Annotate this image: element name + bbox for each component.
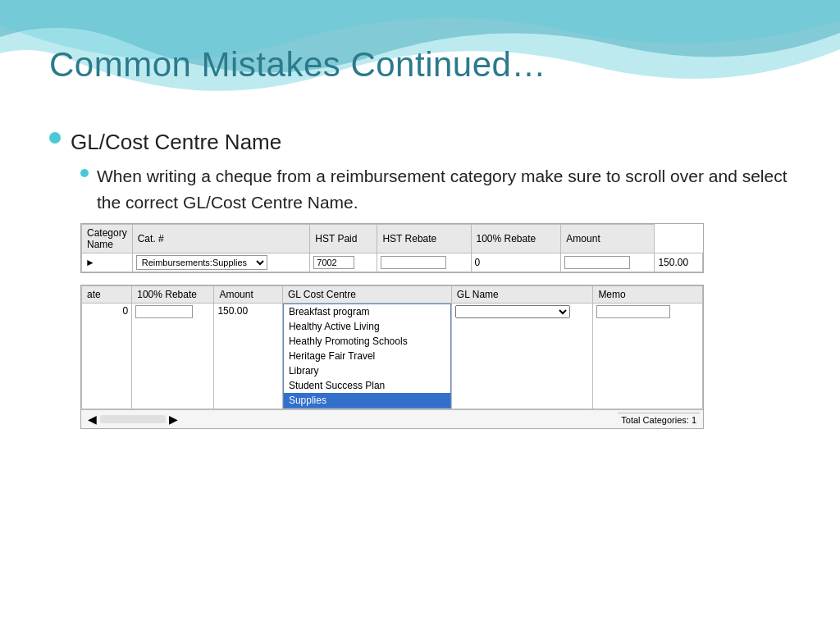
gl-name-cell[interactable]: [451, 304, 593, 409]
gl-cost-centre-dropdown[interactable]: Breakfast program Healthy Active Living …: [283, 304, 451, 409]
amount-b-value: 150.00: [217, 305, 248, 317]
col-header-ate: ate: [82, 286, 132, 304]
bullet-dot-l2: [80, 169, 89, 177]
col-header-cat-num: Cat. #: [132, 225, 310, 253]
row-arrow-cell: ►: [82, 253, 133, 272]
amount-b-cell: 150.00: [214, 304, 282, 409]
bullet-l2-text: When writing a cheque from a reimburseme…: [97, 163, 791, 215]
bullet-l2: When writing a cheque from a reimburseme…: [80, 163, 791, 215]
cat-num-input[interactable]: [313, 256, 354, 269]
right-arrow[interactable]: ▶: [166, 412, 181, 427]
memo-input[interactable]: [596, 305, 670, 318]
dropdown-item-heritage[interactable]: Heritage Fair Travel: [284, 349, 450, 363]
rebate-val: 0: [123, 305, 129, 317]
col-header-memo: Memo: [593, 286, 703, 304]
amount-value: 150.00: [658, 257, 688, 268]
table-bottom-screenshot: ate 100% Rebate Amount GL Cost Centre GL…: [80, 285, 704, 429]
col-header-gl-cost-centre: GL Cost Centre: [282, 286, 451, 304]
cat-num-cell: [310, 253, 377, 272]
gl-name-select[interactable]: [455, 305, 570, 318]
dropdown-item-heathly-promoting[interactable]: Heathly Promoting Schools: [284, 334, 450, 349]
dropdown-item-student-success[interactable]: Student Success Plan: [284, 378, 450, 393]
col-header-100-rebate: 100% Rebate: [471, 225, 561, 253]
rebate-100-b-input[interactable]: [135, 305, 193, 318]
bullet-l1-text: GL/Cost Centre Name: [71, 127, 281, 157]
rebate-100-b-cell[interactable]: [132, 304, 214, 409]
table-top-screenshot: Category Name Cat. # HST Paid HST Rebate…: [80, 223, 704, 273]
slide: Common Mistakes Continued… GL/Cost Centr…: [0, 0, 840, 630]
horizontal-scrollbar[interactable]: [100, 415, 166, 423]
dropdown-item-library[interactable]: Library: [284, 363, 450, 378]
bottom-table-row: 0 150.00 Breakfast program Heal: [82, 304, 703, 409]
table-row: ► Reimbursements:Supplies: [82, 253, 703, 272]
rebate-100-input[interactable]: [564, 256, 630, 269]
scroll-row: ◀ ▶ Total Categories: 1: [81, 409, 703, 428]
amount-cell: 150.00: [655, 253, 703, 272]
col-header-category: Category Name: [82, 225, 133, 253]
hst-paid-cell: [377, 253, 471, 272]
col-header-hst-paid: HST Paid: [310, 225, 377, 253]
col-header-amount: Amount: [561, 225, 655, 253]
bullet-l1: GL/Cost Centre Name: [49, 127, 791, 157]
hst-paid-input[interactable]: [381, 256, 446, 269]
left-arrow[interactable]: ◀: [84, 412, 100, 427]
gl-cost-centre-cell[interactable]: Breakfast program Healthy Active Living …: [282, 304, 451, 409]
col-header-amount-b: Amount: [214, 286, 282, 304]
dropdown-item-healthy-active[interactable]: Healthy Active Living: [284, 319, 450, 334]
col-header-hst-rebate: HST Rebate: [377, 225, 471, 253]
dropdown-item-supplies[interactable]: Supplies: [284, 393, 450, 408]
total-categories: Total Categories: 1: [618, 413, 700, 427]
bottom-table: ate 100% Rebate Amount GL Cost Centre GL…: [81, 285, 703, 409]
category-cell[interactable]: Reimbursements:Supplies: [132, 253, 310, 272]
top-table: Category Name Cat. # HST Paid HST Rebate…: [81, 224, 703, 272]
col-header-gl-name: GL Name: [451, 286, 593, 304]
bullet-dot-l1: [49, 132, 61, 144]
rebate-100-cell: [561, 253, 655, 272]
hst-rebate-cell: 0: [471, 253, 561, 272]
memo-cell[interactable]: [593, 304, 703, 409]
dropdown-item-breakfast[interactable]: Breakfast program: [284, 304, 450, 319]
hst-rebate-value: 0: [475, 257, 481, 268]
category-select[interactable]: Reimbursements:Supplies: [136, 255, 267, 270]
slide-title: Common Mistakes Continued…: [49, 45, 791, 84]
col-header-100-rebate-b: 100% Rebate: [132, 286, 214, 304]
rebate-val-cell: 0: [82, 304, 132, 409]
content-area: GL/Cost Centre Name When writing a chequ…: [49, 127, 791, 597]
